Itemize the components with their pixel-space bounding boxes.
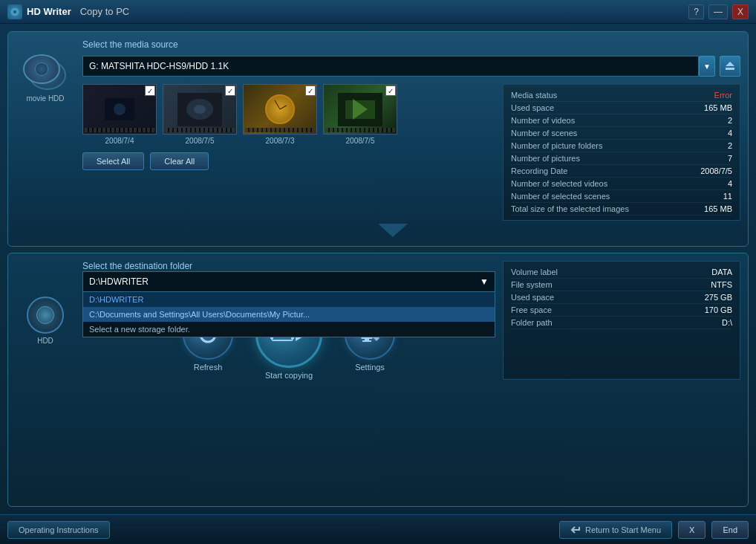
dest-info-used-space: Used space 275 GB (511, 291, 732, 304)
media-info-panel: Media status Error Used space 165 MB Num… (503, 84, 740, 221)
svg-point-8 (194, 105, 206, 114)
info-total-size-value: 165 MB (704, 204, 732, 213)
app-icon (7, 4, 22, 19)
start-copying-label: Start copying (265, 371, 313, 380)
info-used-space-label: Used space (511, 103, 554, 112)
thumb-checkbox-4[interactable]: ✓ (385, 85, 396, 96)
dest-folder-path-label: Folder path (511, 318, 553, 327)
hdd-label: HDD (37, 337, 53, 345)
return-to-start-menu-button[interactable]: Return to Start Menu (559, 521, 672, 539)
selection-buttons: Select All Clear All (82, 152, 495, 170)
arrow-down-icon (378, 224, 408, 237)
arrow-indicator (16, 225, 740, 239)
info-num-scenes-value: 4 (728, 129, 732, 137)
dest-select-value: D:\HDWRITER (89, 276, 149, 287)
hdd-disk-front (23, 54, 60, 84)
thumbnail-item-4[interactable]: ✓ 2008/7/5 (323, 84, 397, 145)
dest-info-free-space: Free space 170 GB (511, 304, 732, 317)
dest-panel-label: Select the destination folder (82, 261, 192, 271)
svg-point-5 (114, 103, 126, 115)
thumb-date-1: 2008/7/4 (105, 137, 134, 145)
thumbnail-item-3[interactable]: ✓ 2008/7/3 (243, 84, 317, 145)
info-recording-date-label: Recording Date (511, 166, 567, 175)
select-all-button[interactable]: Select All (82, 152, 144, 170)
footer-right: Return to Start Menu X End (559, 521, 749, 539)
movie-hdd-icon-area: movie HDD (16, 39, 75, 221)
settings-label: Settings (355, 363, 385, 372)
dest-dropdown-arrow-icon: ▼ (480, 276, 489, 287)
top-panel-content: Select the media source G: MATSHITA HDC-… (82, 39, 740, 221)
thumb-date-4: 2008/7/5 (346, 137, 375, 145)
eject-button[interactable] (720, 56, 740, 77)
close-button[interactable]: X (732, 4, 749, 19)
source-value-text: G: MATSHITA HDC-HS9/HDD 1.1K (89, 61, 229, 71)
dest-file-system-value: NTFS (711, 280, 732, 289)
info-num-selected-scenes: Number of selected scenes 11 (511, 190, 732, 203)
info-num-picture-folders-label: Number of picture folders (511, 141, 603, 150)
source-row: G: MATSHITA HDC-HS9/HDD 1.1K ▼ (82, 56, 740, 77)
bottom-panel: HDD Select the destination folder D:\HDW… (7, 253, 749, 507)
thumb-date-3: 2008/7/3 (266, 137, 295, 145)
help-button[interactable]: ? (688, 4, 704, 19)
info-recording-date-value: 2008/7/5 (700, 166, 732, 175)
dest-option-new-folder[interactable]: Select a new storage folder. (83, 322, 495, 337)
svg-point-1 (13, 10, 16, 13)
info-num-videos-value: 2 (728, 116, 732, 125)
info-num-pictures: Number of pictures 7 (511, 152, 732, 165)
thumb-date-2: 2008/7/5 (186, 137, 215, 145)
window-controls: ? — X (688, 4, 749, 19)
svg-marker-2 (726, 62, 734, 66)
dest-used-space-value: 275 GB (705, 293, 732, 302)
filmstrip-3 (245, 128, 315, 132)
bottom-panel-left: Select the destination folder D:\HDWRITE… (82, 261, 495, 380)
info-used-space-value: 165 MB (704, 103, 732, 112)
info-num-selected-scenes-label: Number of selected scenes (511, 192, 610, 201)
thumbnails-row: ✓ 2008/7/4 (82, 84, 495, 145)
dest-file-system-label: File system (511, 280, 553, 289)
info-num-selected-scenes-value: 11 (723, 192, 732, 201)
hdd-icon-area: HDD (16, 261, 75, 380)
dest-volume-label-value: DATA (711, 268, 732, 276)
filmstrip-2 (165, 128, 235, 132)
dest-info-volume-label: Volume label DATA (511, 266, 732, 279)
thumb-checkbox-3[interactable]: ✓ (305, 85, 316, 96)
info-num-scenes: Number of scenes 4 (511, 127, 732, 140)
thumbnails-and-info: ✓ 2008/7/4 (82, 84, 740, 221)
dest-option-1[interactable]: D:\HDWRITER (83, 292, 495, 307)
dest-select-wrapper: D:\HDWRITER ▼ D:\HDWRITER C:\Documents a… (82, 271, 495, 292)
thumbnails-area: ✓ 2008/7/4 (82, 84, 495, 221)
info-media-status: Media status Error (511, 89, 732, 102)
info-num-selected-videos: Number of selected videos 4 (511, 178, 732, 190)
info-num-videos-label: Number of videos (511, 116, 575, 125)
source-dropdown-arrow[interactable]: ▼ (699, 56, 715, 77)
source-select-display[interactable]: G: MATSHITA HDC-HS9/HDD 1.1K (82, 56, 699, 77)
thumbnail-item-1[interactable]: ✓ 2008/7/4 (82, 84, 157, 145)
info-total-size: Total size of the selected images 165 MB (511, 203, 732, 216)
info-total-size-label: Total size of the selected images (511, 204, 629, 213)
info-num-scenes-label: Number of scenes (511, 129, 577, 137)
thumb-checkbox-1[interactable]: ✓ (145, 85, 155, 96)
footer: Operating Instructions Return to Start M… (0, 514, 756, 544)
top-panel: movie HDD Select the media source G: MAT… (7, 31, 749, 247)
svg-rect-25 (365, 338, 369, 340)
minimize-button[interactable]: — (708, 4, 728, 19)
x-button[interactable]: X (678, 521, 706, 539)
operating-instructions-button[interactable]: Operating Instructions (7, 521, 110, 539)
thumbnail-item-2[interactable]: ✓ 2008/7/5 (163, 84, 237, 145)
return-btn-label: Return to Start Menu (585, 525, 661, 534)
dest-dropdown: D:\HDWRITER C:\Documents and Settings\Al… (82, 292, 495, 337)
dest-option-2[interactable]: C:\Documents and Settings\All Users\Docu… (83, 307, 495, 322)
app-subtitle: Copy to PC (80, 6, 129, 17)
info-media-status-label: Media status (511, 91, 557, 100)
dest-info-folder-path: Folder path D:\ (511, 317, 732, 329)
return-icon (570, 525, 581, 534)
thumb-checkbox-2[interactable]: ✓ (225, 85, 235, 96)
info-num-videos: Number of videos 2 (511, 114, 732, 127)
refresh-label: Refresh (194, 363, 223, 372)
clear-all-button[interactable]: Clear All (150, 152, 209, 170)
dest-used-space-label: Used space (511, 293, 554, 302)
end-button[interactable]: End (711, 521, 749, 539)
info-num-selected-videos-label: Number of selected videos (511, 179, 607, 188)
dest-select-bar[interactable]: D:\HDWRITER ▼ (82, 271, 495, 292)
info-recording-date: Recording Date 2008/7/5 (511, 165, 732, 178)
